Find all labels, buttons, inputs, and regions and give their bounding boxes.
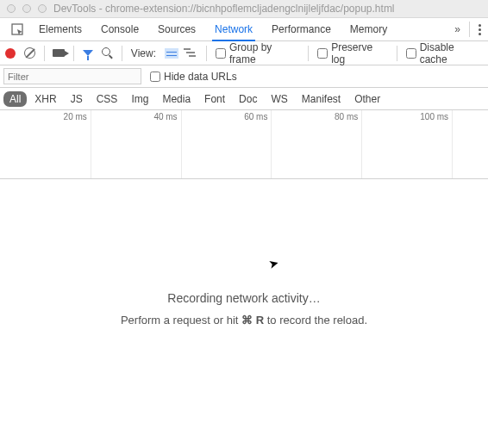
tab-network[interactable]: Network xyxy=(205,18,262,40)
waterfall-icon[interactable] xyxy=(184,48,197,59)
settings-kebab-icon[interactable] xyxy=(479,24,481,35)
reload-shortcut: ⌘ R xyxy=(241,314,264,327)
separator xyxy=(122,46,122,61)
search-icon[interactable] xyxy=(102,47,113,59)
network-toolbar: View: Group by frame Preserve log Disabl… xyxy=(0,41,488,65)
disable-cache-input[interactable] xyxy=(406,48,416,59)
preserve-log-label: Preserve log xyxy=(331,41,388,65)
type-filter-manifest[interactable]: Manifest xyxy=(296,91,347,107)
timeline-tick-label: 40 ms xyxy=(153,112,180,121)
large-rows-icon[interactable] xyxy=(165,48,178,59)
tab-performance[interactable]: Performance xyxy=(262,18,341,40)
type-filter-doc[interactable]: Doc xyxy=(233,91,263,107)
timeline-tick-label: 60 ms xyxy=(244,112,271,121)
type-filter-xhr[interactable]: XHR xyxy=(28,91,62,107)
request-type-bar: AllXHRJSCSSImgMediaFontDocWSManifestOthe… xyxy=(0,88,488,110)
group-by-frame-label: Group by frame xyxy=(229,41,299,65)
separator xyxy=(73,46,74,61)
type-filter-media[interactable]: Media xyxy=(156,91,197,107)
tab-sources[interactable]: Sources xyxy=(148,18,205,40)
close-traffic-icon[interactable] xyxy=(7,4,16,13)
type-filter-js[interactable]: JS xyxy=(65,91,89,107)
timeline-tick-label: 80 ms xyxy=(335,112,361,121)
network-log-area: ➤ Recording network activity… Perform a … xyxy=(0,179,488,438)
empty-line2-after: to record the reload. xyxy=(264,314,367,327)
type-filter-ws[interactable]: WS xyxy=(265,91,293,107)
timeline-tick-label: 20 ms xyxy=(64,112,91,121)
disable-cache-checkbox[interactable]: Disable cache xyxy=(406,41,483,65)
timeline-gridline xyxy=(91,110,91,178)
preserve-log-input[interactable] xyxy=(317,48,328,59)
group-by-frame-input[interactable] xyxy=(216,48,226,59)
separator xyxy=(206,46,207,61)
empty-message-line2: Perform a request or hit ⌘ R to record t… xyxy=(121,314,367,327)
inspect-element-icon[interactable] xyxy=(5,23,29,36)
timeline-gridline xyxy=(181,110,182,178)
filter-toggle-icon[interactable] xyxy=(83,50,93,56)
separator xyxy=(397,46,397,61)
tab-elements[interactable]: Elements xyxy=(29,18,91,40)
group-by-frame-checkbox[interactable]: Group by frame xyxy=(216,41,299,65)
record-button[interactable] xyxy=(5,48,16,59)
empty-line2-before: Perform a request or hit xyxy=(121,314,241,327)
empty-message-line1: Recording network activity… xyxy=(167,291,320,305)
view-label: View: xyxy=(131,47,156,59)
separator xyxy=(469,22,470,37)
timeline-gridline xyxy=(361,110,362,178)
type-filter-img[interactable]: Img xyxy=(125,91,154,107)
window-title: DevTools - chrome-extension://bicnhpofle… xyxy=(53,3,395,15)
zoom-traffic-icon[interactable] xyxy=(38,4,47,13)
separator xyxy=(308,46,309,61)
type-filter-other[interactable]: Other xyxy=(348,91,386,107)
window-titlebar: DevTools - chrome-extension://bicnhpofle… xyxy=(0,0,488,18)
timeline-gridline xyxy=(452,110,453,178)
hide-data-urls-input[interactable] xyxy=(150,72,160,82)
tab-memory[interactable]: Memory xyxy=(341,18,397,40)
cursor-icon: ➤ xyxy=(267,256,281,272)
traffic-lights xyxy=(7,4,47,13)
type-filter-all[interactable]: All xyxy=(3,91,27,107)
screenshot-icon[interactable] xyxy=(53,49,65,57)
separator xyxy=(44,46,45,61)
timeline-gridline xyxy=(271,110,272,178)
minimize-traffic-icon[interactable] xyxy=(22,4,31,13)
hide-data-urls-checkbox[interactable]: Hide data URLs xyxy=(150,71,237,83)
filter-input[interactable] xyxy=(3,68,141,84)
filter-bar: Hide data URLs xyxy=(0,65,488,88)
hide-data-urls-label: Hide data URLs xyxy=(164,71,237,83)
type-filter-font[interactable]: Font xyxy=(198,91,231,107)
preserve-log-checkbox[interactable]: Preserve log xyxy=(317,41,388,65)
panel-tabbar: ElementsConsoleSourcesNetworkPerformance… xyxy=(0,18,488,41)
timeline-overview[interactable]: 20 ms40 ms60 ms80 ms100 ms xyxy=(0,110,488,179)
timeline-tick-label: 100 ms xyxy=(420,112,452,121)
type-filter-css[interactable]: CSS xyxy=(91,91,124,107)
tab-console[interactable]: Console xyxy=(91,18,148,40)
overflow-tabs-icon[interactable]: » xyxy=(454,23,460,35)
disable-cache-label: Disable cache xyxy=(420,41,483,65)
clear-button[interactable] xyxy=(24,47,35,59)
